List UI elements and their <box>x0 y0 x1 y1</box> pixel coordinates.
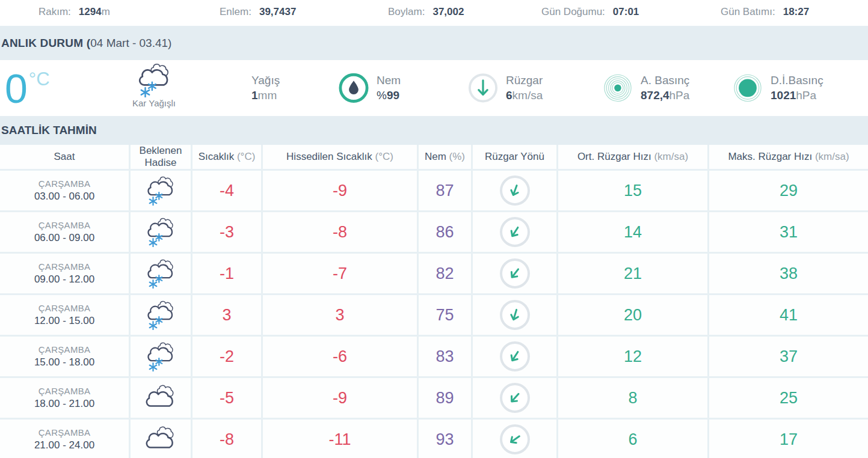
max-wind-speed-cell: 17 <box>709 420 868 458</box>
snow-cloud-icon <box>142 258 179 289</box>
wind-direction-arrow-icon <box>504 221 526 243</box>
hourly-section-title: SAATLİK TAHMİN <box>0 116 868 145</box>
location-stat-unit: m <box>102 6 110 17</box>
snow-cloud-icon <box>142 300 179 330</box>
humidity-cell: 89 <box>419 378 471 418</box>
feels-like-cell: -8 <box>263 212 417 252</box>
wind-direction-cell <box>473 254 556 293</box>
wind-direction-circle <box>500 341 530 371</box>
location-stat-label: Rakım: <box>38 6 71 17</box>
current-temperature-unit: °C <box>29 69 50 90</box>
wind-direction-cell <box>473 295 556 335</box>
feels-like-cell: -6 <box>263 337 417 376</box>
location-stat-label: Gün Doğumu: <box>541 6 605 17</box>
humidity-drop-icon <box>339 73 369 103</box>
humidity-cell: 93 <box>419 420 471 458</box>
forecast-time-range: 06.00 - 09.00 <box>34 232 94 244</box>
feels-like-cell: -11 <box>263 420 417 458</box>
current-stat: Rüzgar 6km/sa <box>468 73 543 103</box>
location-stat-label: Enlem: <box>220 6 251 17</box>
wind-arrow-icon <box>468 73 498 103</box>
wind-direction-arrow-icon <box>503 387 526 409</box>
wind-direction-cell <box>473 212 556 252</box>
location-stat: Rakım:1294m <box>38 6 110 18</box>
current-stat-label: D.İ.Basınç <box>771 73 823 88</box>
location-stat-value: 07:01 <box>613 6 639 17</box>
time-slot-cell: ÇARŞAMBA 12.00 - 15.00 <box>0 295 129 335</box>
max-wind-speed-cell: 41 <box>709 295 868 335</box>
forecast-day: ÇARŞAMBA <box>38 386 91 396</box>
forecast-time-range: 03.00 - 06.00 <box>34 191 94 203</box>
avg-wind-speed-cell: 12 <box>558 337 707 376</box>
humidity-cell: 83 <box>419 337 471 376</box>
time-slot-cell: ÇARŞAMBA 18.00 - 21.00 <box>0 378 129 418</box>
station-pressure-icon <box>603 73 633 103</box>
snow-cloud-icon <box>142 176 179 206</box>
time-slot-cell: ÇARŞAMBA 09.00 - 12.00 <box>0 254 129 293</box>
feels-like-cell: -9 <box>263 171 417 210</box>
column-header: Hissedilen Sıcaklık (°C) <box>263 145 417 169</box>
current-stat-label: Nem <box>377 73 401 88</box>
wind-direction-cell <box>473 337 556 376</box>
max-wind-speed-cell: 37 <box>709 337 868 376</box>
sea-level-pressure-icon <box>733 73 763 103</box>
max-wind-speed-cell: 31 <box>709 212 868 252</box>
current-temperature: 0 °C <box>5 60 50 116</box>
avg-wind-speed-cell: 8 <box>558 378 707 418</box>
current-stat: A. Basınç 872,4hPa <box>603 73 689 103</box>
column-header: Saat <box>0 145 129 169</box>
wind-direction-cell <box>473 171 556 210</box>
condition-cell <box>131 171 191 210</box>
humidity-cell: 75 <box>419 295 471 335</box>
forecast-time-range: 09.00 - 12.00 <box>34 273 94 285</box>
location-stat-value: 37,002 <box>432 6 464 17</box>
location-stat-label: Gün Batımı: <box>721 6 775 17</box>
condition-cell <box>131 337 191 376</box>
condition-cell <box>131 378 191 418</box>
temperature-cell: 3 <box>192 295 261 335</box>
condition-cell <box>131 254 191 293</box>
weather-page: Rakım:1294m Enlem:39,7437 Boylam:37,002 … <box>0 0 868 458</box>
location-stat-label: Boylam: <box>388 6 425 17</box>
max-wind-speed-cell: 29 <box>709 171 868 210</box>
current-stat-label: Rüzgar <box>506 73 543 88</box>
forecast-day: ÇARŞAMBA <box>38 427 91 438</box>
wind-direction-circle <box>500 258 530 289</box>
forecast-day: ÇARŞAMBA <box>38 303 91 313</box>
column-header: Sıcaklık (°C) <box>192 145 261 169</box>
snow-cloud-icon <box>142 217 179 247</box>
column-header: Ort. Rüzgar Hızı (km/sa) <box>558 145 707 169</box>
humidity-cell: 82 <box>419 254 471 293</box>
humidity-cell: 86 <box>419 212 471 252</box>
forecast-day: ÇARŞAMBA <box>38 261 91 272</box>
column-header: Maks. Rüzgar Hızı (km/sa) <box>709 145 868 169</box>
max-wind-speed-cell: 38 <box>709 254 868 293</box>
snow-cloud-icon <box>142 341 179 371</box>
forecast-time-range: 15.00 - 18.00 <box>34 356 94 368</box>
current-conditions: 0 °C Kar Yağışlı Yağış 1mm Nem %99 Rüzga… <box>0 60 868 116</box>
wind-direction-circle <box>500 176 530 206</box>
condition-cell <box>131 212 191 252</box>
current-stat-value: 6km/sa <box>506 88 543 104</box>
wind-direction-circle <box>500 424 530 454</box>
wind-direction-cell <box>473 420 556 458</box>
wind-direction-arrow-icon <box>505 180 525 200</box>
location-stat: Gün Doğumu:07:01 <box>541 6 639 18</box>
wind-direction-arrow-icon <box>505 305 524 325</box>
temperature-cell: -5 <box>192 378 261 418</box>
forecast-time-range: 12.00 - 15.00 <box>34 315 94 327</box>
current-condition-label: Kar Yağışlı <box>113 98 195 108</box>
location-stat: Gün Batımı:18:27 <box>721 6 809 18</box>
condition-cell <box>131 420 191 458</box>
current-stat: Nem %99 <box>339 73 401 103</box>
current-stat-label: Yağış <box>251 73 280 88</box>
current-stat: Yağış 1mm <box>251 73 280 103</box>
max-wind-speed-cell: 25 <box>709 378 868 418</box>
avg-wind-speed-cell: 14 <box>558 212 707 252</box>
temperature-cell: -1 <box>192 254 261 293</box>
current-section-header: ANLIK DURUM ( 04 Mart - 03.41) <box>0 26 868 60</box>
current-condition: Kar Yağışlı <box>113 63 195 108</box>
forecast-time-range: 18.00 - 21.00 <box>34 398 94 410</box>
hourly-forecast-table: Saat Beklenen Hadise Sıcaklık (°C) Hisse… <box>0 145 868 458</box>
current-stat-label: A. Basınç <box>641 73 689 88</box>
